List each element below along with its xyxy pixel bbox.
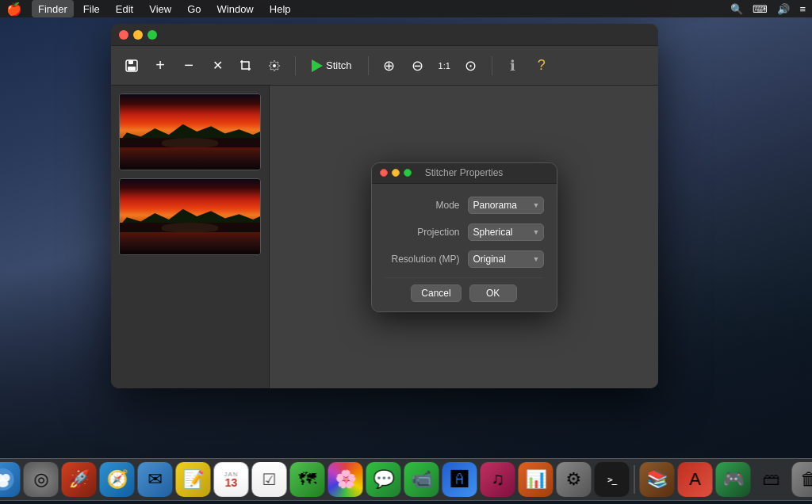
dock-icon-terminal[interactable]: >_ [595, 462, 630, 497]
apple-menu-icon[interactable]: 🍎 [6, 2, 22, 17]
toolbar-separator-3 [492, 56, 492, 75]
toolbar-separator-1 [295, 56, 296, 75]
dock-icon-activity[interactable]: 📊 [519, 462, 553, 497]
dock-container: ◎ 🚀 🧭 ✉ 📝 JAN 13 ☑ 🗺 🌸 💬 📹 🅰 ♫ 📊 ⚙ >_ 📚 … [0, 458, 812, 501]
projection-select-wrapper: Spherical Cylindrical Planar Mercator ▼ [468, 223, 544, 241]
mode-label: Mode [385, 200, 460, 211]
dialog-body: Mode Panorama 360° Wide Angle ▼ [372, 184, 557, 311]
dialog-maximize-button[interactable] [404, 169, 412, 177]
dock-icon-safari[interactable]: 🧭 [100, 462, 135, 497]
svg-rect-2 [128, 67, 136, 71]
app-toolbar: + − ✕ Stitch ⊕ ⊖ 1:1 ⊙ ℹ ? [111, 46, 658, 86]
dock-icon-mail[interactable]: ✉ [138, 462, 173, 497]
menubar-help[interactable]: Help [263, 0, 297, 17]
menubar-right: 🔍 ⌨ 🔊 ≡ [730, 3, 806, 15]
projection-row: Projection Spherical Cylindrical Planar … [385, 223, 544, 241]
dock-icon-acrobat[interactable]: A [678, 462, 713, 497]
info-button[interactable]: ℹ [502, 55, 524, 77]
toolbar-separator-2 [368, 56, 369, 75]
dock-icon-calendar[interactable]: JAN 13 [214, 462, 249, 497]
menu-icon[interactable]: ≡ [799, 3, 806, 15]
dock-icon-photos[interactable]: 🌸 [328, 462, 363, 497]
stitch-label: Stitch [326, 59, 352, 71]
save-button[interactable] [121, 55, 143, 77]
menubar-edit[interactable]: Edit [109, 0, 140, 17]
thumbnail-2[interactable] [119, 178, 261, 255]
dock-icon-reminders[interactable]: ☑ [252, 462, 287, 497]
dock-icon-facetime[interactable]: 📹 [404, 462, 439, 497]
keyboard-icon[interactable]: ⌨ [753, 3, 768, 15]
dialog-minimize-button[interactable] [392, 169, 400, 177]
menubar-go[interactable]: Go [181, 0, 207, 17]
close-button[interactable] [119, 30, 128, 40]
dock-icon-launchpad[interactable]: 🚀 [62, 462, 97, 497]
mode-row: Mode Panorama 360° Wide Angle ▼ [385, 197, 544, 214]
dialog-buttons: Cancel OK [385, 277, 544, 302]
remove-button[interactable]: − [178, 55, 200, 77]
cancel-button[interactable]: Cancel [411, 284, 461, 302]
app-window: + − ✕ Stitch ⊕ ⊖ 1:1 ⊙ ℹ ? [111, 24, 658, 388]
dock-separator [634, 465, 635, 494]
stitch-button[interactable]: Stitch [305, 56, 358, 75]
zoom-fit-button[interactable]: ⊙ [460, 55, 482, 77]
menubar: 🍎 Finder File Edit View Go Window Help 🔍… [0, 0, 812, 17]
dialog-title: Stitcher Properties [425, 167, 504, 178]
crop-button[interactable] [235, 55, 257, 77]
thumb-image-2 [120, 179, 260, 254]
main-area: Stitcher Properties Mode Panorama 360° W [111, 86, 658, 388]
volume-icon[interactable]: 🔊 [777, 3, 790, 15]
traffic-lights [119, 30, 157, 40]
dock-icon-maps[interactable]: 🗺 [290, 462, 325, 497]
zoom-in-button[interactable]: ⊕ [378, 55, 400, 77]
dialog-titlebar: Stitcher Properties [372, 163, 557, 184]
add-button[interactable]: + [149, 55, 171, 77]
dock-icon-settings[interactable]: ⚙ [557, 462, 592, 497]
dock: ◎ 🚀 🧭 ✉ 📝 JAN 13 ☑ 🗺 🌸 💬 📹 🅰 ♫ 📊 ⚙ >_ 📚 … [0, 458, 812, 501]
menubar-finder[interactable]: Finder [32, 0, 74, 17]
menubar-window[interactable]: Window [211, 0, 260, 17]
thumbnails-panel [111, 86, 270, 388]
dock-icon-library[interactable]: 📚 [640, 462, 675, 497]
dialog-traffic-lights [380, 169, 412, 177]
menubar-view[interactable]: View [143, 0, 178, 17]
search-icon[interactable]: 🔍 [730, 3, 743, 15]
app-titlebar [111, 24, 658, 46]
settings-tool-button[interactable] [263, 55, 285, 77]
dock-icon-trash[interactable]: 🗑 [792, 462, 813, 497]
dock-icon-appstore[interactable]: 🅰 [442, 462, 477, 497]
thumb-image-1 [120, 94, 260, 170]
dock-icon-siri[interactable]: ◎ [24, 462, 59, 497]
dock-icon-finder[interactable] [0, 462, 21, 497]
thumbnail-1[interactable] [119, 94, 261, 170]
ok-button[interactable]: OK [469, 284, 517, 302]
content-area: Stitcher Properties Mode Panorama 360° W [270, 86, 658, 388]
resolution-select[interactable]: Original 6 12 24 36 [468, 250, 544, 268]
projection-label: Projection [385, 227, 460, 238]
zoom-actual-button[interactable]: 1:1 [435, 55, 454, 77]
resolution-label: Resolution (MP) [385, 254, 460, 265]
menubar-file[interactable]: File [77, 0, 106, 17]
play-icon [312, 59, 323, 72]
resolution-select-wrapper: Original 6 12 24 36 ▼ [468, 250, 544, 268]
help-button[interactable]: ? [530, 55, 553, 77]
dock-icon-messages[interactable]: 💬 [366, 462, 401, 497]
dialog-close-button[interactable] [380, 169, 388, 177]
dock-icon-notes[interactable]: 📝 [176, 462, 211, 497]
svg-point-4 [273, 64, 276, 67]
mode-select-wrapper: Panorama 360° Wide Angle ▼ [468, 197, 544, 214]
minimize-button[interactable] [133, 30, 143, 40]
mode-select[interactable]: Panorama 360° Wide Angle [468, 197, 544, 214]
dock-icon-game[interactable]: 🎮 [716, 462, 751, 497]
dialog-overlay: Stitcher Properties Mode Panorama 360° W [270, 86, 658, 388]
maximize-button[interactable] [147, 30, 157, 40]
close-x-button[interactable]: ✕ [206, 55, 228, 77]
stitcher-properties-dialog: Stitcher Properties Mode Panorama 360° W [371, 162, 557, 312]
resolution-row: Resolution (MP) Original 6 12 24 36 ▼ [385, 250, 544, 268]
svg-rect-1 [128, 60, 133, 64]
dock-icon-filemanager[interactable]: 🗃 [754, 462, 789, 497]
zoom-out-button[interactable]: ⊖ [407, 55, 429, 77]
projection-select[interactable]: Spherical Cylindrical Planar Mercator [468, 223, 544, 241]
dock-icon-music[interactable]: ♫ [481, 462, 515, 497]
